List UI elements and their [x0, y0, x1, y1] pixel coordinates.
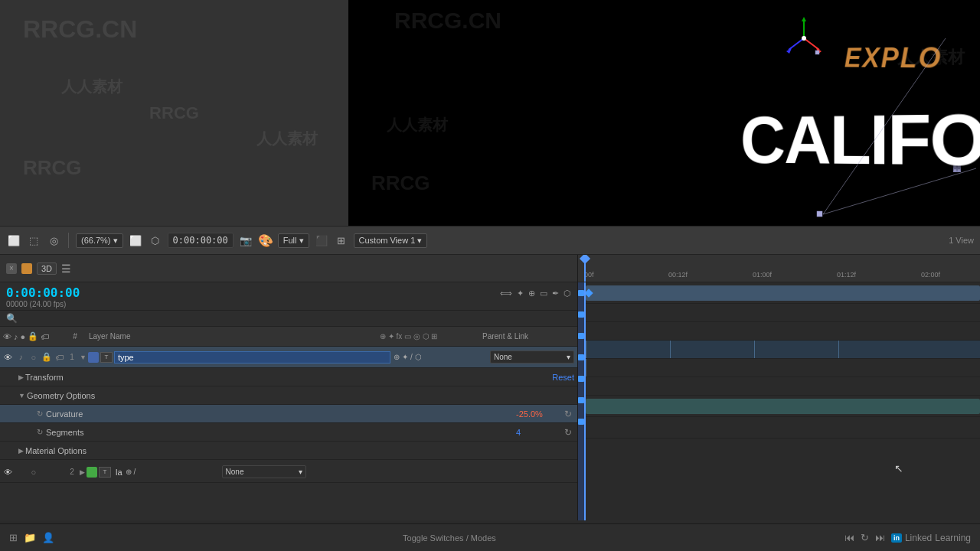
tl-dot-5 — [578, 376, 584, 382]
pw-rrcg2: RRCG — [371, 171, 430, 195]
fps-display: 00000 (24.00 fps) — [6, 300, 80, 308]
califo-text-display: CALIFO — [740, 99, 980, 182]
layer-1-switches: ⊕ ✦ / ⬡ — [390, 353, 490, 361]
main-area: × 3D ☰ 0:00:00:00 00000 (24.00 fps) ⟺ ✦ … — [0, 255, 980, 520]
layer-2-switch-2[interactable]: / — [134, 468, 136, 476]
curvature-link-icon[interactable]: ↻ — [562, 408, 574, 420]
geometry-collapse[interactable]: ▼ — [18, 392, 25, 399]
timeline-track-geometry — [578, 322, 980, 341]
segments-link-icon[interactable]: ↻ — [562, 426, 574, 439]
timecode-display[interactable]: 0:00:00:00 — [168, 233, 234, 248]
layer-1-name-input[interactable] — [114, 351, 390, 364]
material-expand[interactable]: ▶ — [18, 447, 24, 455]
transform-expand[interactable]: ▶ — [18, 373, 24, 381]
tool-icon-mask[interactable]: ▭ — [540, 289, 547, 298]
layer-2-vis-icons: 👁 ♪ ○ 🔒 🏷 — [3, 467, 64, 478]
transform-label: Transform — [25, 373, 546, 382]
layer-2-switch-1[interactable]: ⊕ — [126, 468, 132, 476]
timeline-playhead-line — [584, 282, 586, 520]
transform-reset[interactable]: Reset — [552, 373, 574, 382]
timeline-track-1[interactable] — [578, 282, 980, 304]
toolbar-camera-icon[interactable]: 📷 — [238, 233, 253, 248]
tool-icon-anchor[interactable]: ✦ — [517, 289, 524, 298]
search-bar: 🔍 — [0, 311, 577, 327]
layer-2-eye[interactable]: 👁 — [3, 467, 14, 478]
track-bar-2 — [586, 399, 980, 414]
layer-1-audio[interactable]: ♪ — [16, 352, 27, 363]
toolbar-icon-monitor[interactable]: ⬜ — [6, 233, 21, 248]
layer-1-switch-3d[interactable]: ⬡ — [415, 353, 422, 361]
layer-2-num: 2 — [64, 468, 80, 476]
status-right: ⏮ ↻ ⏭ in Linked Learning — [844, 532, 971, 543]
curvature-value[interactable]: -25.0% — [516, 409, 562, 419]
toolbar-icon-region[interactable]: ⬡ — [148, 233, 163, 248]
toolbar-sep-1 — [68, 233, 69, 248]
layer-1-switch-2[interactable]: ✦ — [402, 353, 408, 361]
timeline-track-curvature[interactable] — [578, 341, 980, 359]
toggle-switches-label[interactable]: Toggle Switches / Modes — [54, 533, 844, 543]
segments-cycle-icon: ↻ — [37, 428, 43, 436]
layer-2-solo[interactable]: ○ — [28, 467, 39, 478]
layer-1-label[interactable]: 🏷 — [54, 352, 65, 363]
layer-1-switch-1[interactable]: ⊕ — [394, 353, 400, 361]
toolbar-colorwheel-icon[interactable]: 🎨 — [258, 233, 273, 248]
timeline-track-material — [578, 377, 980, 396]
header-switches: ⊕ ✦ fx ▭ ◎ ⬡ ⊞ — [380, 332, 479, 341]
toolbar-icon-camera[interactable]: ◎ — [46, 233, 61, 248]
custom-view-dropdown[interactable]: Custom View 1 ▾ — [354, 233, 428, 248]
tool-icon-parent[interactable]: ⊕ — [528, 289, 535, 298]
playback-prev-icon[interactable]: ⏮ — [844, 532, 854, 543]
zoom-dropdown[interactable]: (66.7%) ▾ — [76, 233, 123, 248]
prop-curvature[interactable]: ↻ Curvature -25.0% ↻ — [0, 405, 577, 423]
curvature-label: Curvature — [46, 409, 516, 419]
watermark-rrcg-2: RRCG — [23, 156, 82, 180]
tool-icon-pin[interactable]: ⬡ — [564, 289, 571, 298]
layer-1-parent[interactable]: None ▾ — [490, 350, 574, 364]
layer-1-solo[interactable]: ○ — [28, 352, 39, 363]
quality-value: Full — [283, 236, 297, 245]
layer-1-collapse[interactable]: ▼ — [80, 354, 87, 361]
segments-value[interactable]: 4 — [516, 428, 562, 437]
prop-segments: ↻ Segments 4 ↻ — [0, 423, 577, 442]
layer-2-parent-label: None — [226, 468, 244, 476]
layer-row-1[interactable]: 👁 ♪ ○ 🔒 🏷 1 ▼ T ⊕ ✦ / ⬡ None ▾ — [0, 347, 577, 368]
preview-panel: RRCG.CN 人人素材 RRCG 人人素材 — [348, 0, 980, 226]
layer-2-expand[interactable]: ▶ — [80, 468, 85, 476]
playback-next-icon[interactable]: ⏭ — [875, 532, 885, 543]
layer-1-swatch[interactable] — [88, 352, 99, 363]
tool-icon-move[interactable]: ⟺ — [500, 289, 512, 298]
ruler-mark-2: 01:00f — [753, 271, 772, 279]
3d-toggle[interactable]: 3D — [37, 262, 57, 275]
pw-person2: 人人素材 — [387, 115, 448, 135]
vline-curvature-2 — [670, 341, 671, 358]
toolbar-icon-frame[interactable]: ⬜ — [128, 233, 143, 248]
timecode-big[interactable]: 0:00:00:00 — [6, 285, 80, 300]
timeline-ruler[interactable]: 00f 00:12f 01:00f 01:12f 02:00f — [578, 255, 980, 282]
watermark-rrcg-3: RRCG — [149, 103, 199, 123]
layer-2-parent[interactable]: None ▾ — [222, 465, 306, 478]
search-input[interactable] — [21, 314, 571, 323]
linkedin-logo: in — [891, 533, 902, 543]
hamburger-menu[interactable]: ☰ — [61, 262, 71, 275]
quality-dropdown[interactable]: Full ▾ — [278, 233, 309, 248]
toolbar-icon-3d[interactable]: ⬚ — [26, 233, 41, 248]
prop-transform: ▶ Transform Reset — [0, 368, 577, 386]
layer-1-lock[interactable]: 🔒 — [41, 352, 52, 363]
new-comp-icon[interactable]: ⊞ — [9, 532, 18, 543]
layer-1-eye[interactable]: 👁 — [3, 352, 14, 363]
explore-text-display: EXPLO — [844, 41, 942, 75]
watermark-person-2: 人人素材 — [256, 129, 318, 149]
toolbar-view-icon-1[interactable]: ⬛ — [314, 233, 329, 248]
close-comp-button[interactable]: × — [6, 263, 17, 274]
timeline-track-2[interactable] — [578, 396, 980, 417]
tool-icon-paint[interactable]: ✒ — [552, 289, 559, 298]
layer-row-2[interactable]: 👁 ♪ ○ 🔒 🏷 2 ▶ T la ⊕ / None ▾ — [0, 461, 577, 483]
svg-line-4 — [789, 38, 804, 50]
layer-2-swatch[interactable] — [87, 467, 97, 478]
folder-icon[interactable]: 📁 — [24, 532, 36, 543]
playback-loop-icon[interactable]: ↻ — [861, 532, 869, 543]
person-icon[interactable]: 👤 — [42, 532, 54, 543]
layer-2-type-icon: T — [99, 467, 111, 478]
layer-1-switch-fx[interactable]: / — [410, 353, 413, 361]
toolbar-view-icon-2[interactable]: ⊞ — [334, 233, 349, 248]
